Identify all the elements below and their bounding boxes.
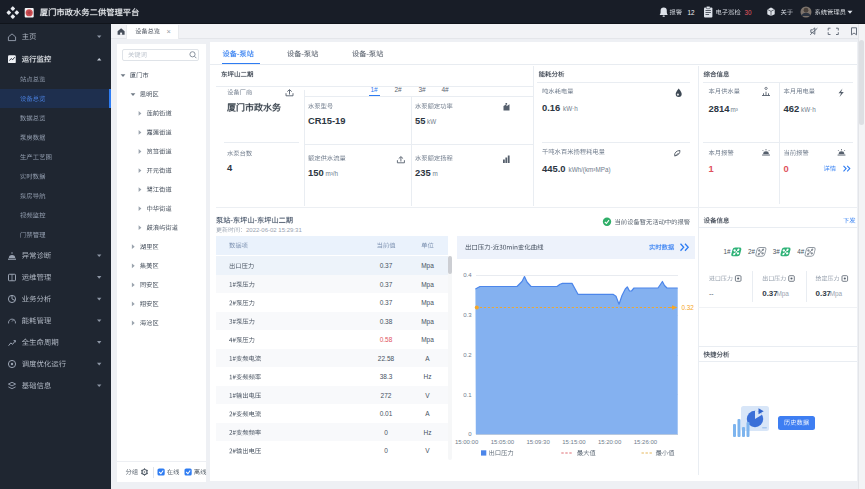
svg-text:0.58: 0.58 xyxy=(380,336,393,343)
svg-text:kWh/(km³MPa): kWh/(km³MPa) xyxy=(569,166,611,174)
svg-text:15:20:00: 15:20:00 xyxy=(598,439,622,445)
svg-text:Mpa: Mpa xyxy=(830,290,843,298)
svg-text:235: 235 xyxy=(415,167,431,178)
svg-text:2#: 2# xyxy=(748,248,756,255)
svg-text:Mpa: Mpa xyxy=(776,290,789,298)
svg-text:CR15-19: CR15-19 xyxy=(308,115,346,126)
svg-text:462: 462 xyxy=(784,103,800,114)
svg-text:A: A xyxy=(425,410,430,417)
svg-text:0.3: 0.3 xyxy=(463,312,472,318)
svg-text:0.32: 0.32 xyxy=(682,304,695,311)
svg-text:m: m xyxy=(433,170,438,177)
svg-text:m³/h: m³/h xyxy=(326,170,339,177)
svg-text:0: 0 xyxy=(384,447,388,454)
svg-text:Mpa: Mpa xyxy=(421,336,434,344)
svg-text:1#: 1# xyxy=(370,86,378,93)
svg-text:Mpa: Mpa xyxy=(421,281,434,289)
svg-text:V: V xyxy=(425,392,430,399)
svg-text:Mpa: Mpa xyxy=(421,299,434,307)
svg-text:3#: 3# xyxy=(418,86,426,93)
svg-text:Hz: Hz xyxy=(424,373,432,380)
svg-text:0.2: 0.2 xyxy=(463,352,472,358)
svg-text:--: -- xyxy=(709,290,714,297)
svg-text:445.0: 445.0 xyxy=(542,163,565,174)
svg-text:kW·h: kW·h xyxy=(801,106,816,113)
svg-text:2022-06-02 15:29:31: 2022-06-02 15:29:31 xyxy=(246,227,302,233)
svg-text:0.1: 0.1 xyxy=(463,392,472,398)
svg-text:Mpa: Mpa xyxy=(421,262,434,270)
svg-text:15:09:30: 15:09:30 xyxy=(526,439,550,445)
svg-text:kW: kW xyxy=(427,118,436,125)
svg-text:×: × xyxy=(167,27,171,36)
svg-text:4#: 4# xyxy=(441,86,449,93)
svg-text:2814: 2814 xyxy=(709,103,731,114)
svg-text:38.3: 38.3 xyxy=(380,373,393,380)
svg-text:0.37: 0.37 xyxy=(380,299,393,306)
svg-text:3#: 3# xyxy=(773,248,781,255)
svg-text:0.01: 0.01 xyxy=(380,410,393,417)
svg-text:A: A xyxy=(425,355,430,362)
svg-text:Hz: Hz xyxy=(424,429,432,436)
svg-text:150: 150 xyxy=(308,167,324,178)
svg-text:15:05:00: 15:05:00 xyxy=(491,439,515,445)
svg-text:1#: 1# xyxy=(724,248,732,255)
svg-text:272: 272 xyxy=(381,392,392,399)
svg-text:0.4: 0.4 xyxy=(463,272,472,278)
svg-text:15:26:00: 15:26:00 xyxy=(634,439,658,445)
svg-text:55: 55 xyxy=(415,115,425,126)
svg-text:Mpa: Mpa xyxy=(421,318,434,326)
svg-text:0.38: 0.38 xyxy=(380,318,393,325)
svg-text:4#: 4# xyxy=(797,248,805,255)
svg-text:12: 12 xyxy=(688,9,696,16)
svg-text:0.16: 0.16 xyxy=(542,102,560,113)
svg-text:2#: 2# xyxy=(394,86,402,93)
svg-text:22.58: 22.58 xyxy=(378,355,395,362)
svg-text:1: 1 xyxy=(709,163,714,174)
svg-text:0: 0 xyxy=(468,431,472,437)
svg-text:kW·h: kW·h xyxy=(563,105,578,112)
svg-text:15:15:00: 15:15:00 xyxy=(562,439,586,445)
svg-text:0: 0 xyxy=(384,429,388,436)
svg-text:V: V xyxy=(425,447,430,454)
svg-text:0.37: 0.37 xyxy=(380,281,393,288)
svg-text:15:00:00: 15:00:00 xyxy=(455,439,479,445)
svg-text:30: 30 xyxy=(745,9,753,16)
svg-text:4: 4 xyxy=(227,162,233,173)
svg-text:m³: m³ xyxy=(731,106,738,113)
svg-text:0.37: 0.37 xyxy=(380,262,393,269)
svg-text:0: 0 xyxy=(784,163,789,174)
